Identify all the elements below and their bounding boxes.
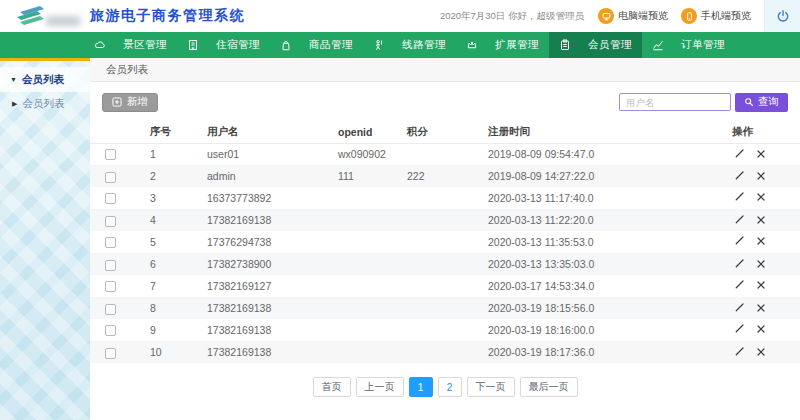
mobile-preview-label: 手机端预览 bbox=[701, 9, 751, 23]
cell-username: 16373773892 bbox=[192, 187, 323, 209]
pc-preview-button[interactable]: 电脑端预览 bbox=[598, 8, 668, 24]
edit-icon[interactable] bbox=[732, 148, 746, 159]
nav-item-route[interactable]: 线路管理 bbox=[363, 32, 456, 58]
row-checkbox[interactable] bbox=[105, 304, 116, 315]
page-title: 旅游电子商务管理系统 bbox=[90, 7, 245, 25]
table-row: 5 17376294738 2020-03-13 11:35:53.0 bbox=[90, 231, 800, 253]
pagination-page-2[interactable]: 2 bbox=[438, 377, 462, 397]
search-button[interactable]: 查询 bbox=[735, 93, 788, 112]
cell-username: 17382169127 bbox=[192, 275, 323, 297]
nav-item-scenic[interactable]: 景区管理 bbox=[84, 32, 177, 58]
delete-icon[interactable] bbox=[754, 280, 768, 290]
delete-icon[interactable] bbox=[754, 149, 768, 159]
nav-item-extension[interactable]: 扩展管理 bbox=[456, 32, 549, 58]
pagination-first[interactable]: 首页 bbox=[313, 377, 351, 397]
table-header-row: 序号 用户名 openid 积分 注册时间 操作 bbox=[90, 122, 800, 143]
row-checkbox[interactable] bbox=[105, 237, 116, 248]
nav-label: 扩展管理 bbox=[495, 38, 539, 52]
sidebar: ▼ 会员列表 ▶ 会员列表 bbox=[0, 58, 90, 420]
add-button-label: 新增 bbox=[127, 95, 148, 109]
edit-icon[interactable] bbox=[732, 346, 746, 357]
row-checkbox[interactable] bbox=[105, 172, 116, 183]
sidebar-item-member-list[interactable]: ▶ 会员列表 bbox=[0, 92, 90, 116]
mobile-preview-button[interactable]: 手机端预览 bbox=[681, 8, 751, 24]
add-button[interactable]: 新增 bbox=[102, 93, 158, 112]
monitor-icon bbox=[598, 8, 614, 24]
table-row: 4 17382169138 2020-03-13 11:22:20.0 bbox=[90, 209, 800, 231]
row-checkbox[interactable] bbox=[105, 348, 116, 359]
topbar: 旅游电子商务管理系统 2020年7月30日 你好，超级管理员 电脑端预览 手机端… bbox=[0, 0, 800, 32]
logo-text-blur bbox=[46, 16, 80, 26]
edit-icon[interactable] bbox=[732, 258, 746, 269]
edit-icon[interactable] bbox=[732, 323, 746, 334]
cell-username: 17376294738 bbox=[192, 231, 323, 253]
header-username: 用户名 bbox=[192, 122, 323, 143]
username-search-input[interactable] bbox=[619, 93, 731, 111]
header-checkbox-col bbox=[90, 122, 135, 143]
edit-icon[interactable] bbox=[732, 214, 746, 225]
cell-openid bbox=[323, 297, 392, 319]
cell-seq: 10 bbox=[135, 341, 192, 363]
pagination-page-1[interactable]: 1 bbox=[409, 377, 433, 397]
cell-openid: wx090902 bbox=[323, 143, 392, 165]
table-row: 8 17382169138 2020-03-19 18:15:56.0 bbox=[90, 297, 800, 319]
edit-icon[interactable] bbox=[732, 170, 746, 181]
member-table-body: 1 user01 wx090902 2019-08-09 09:54:47.0 bbox=[90, 143, 800, 363]
nav-label: 会员管理 bbox=[588, 38, 632, 52]
breadcrumb: 会员列表 bbox=[90, 58, 800, 82]
pagination-next[interactable]: 下一页 bbox=[467, 377, 515, 397]
date-greeting: 2020年7月30日 你好，超级管理员 bbox=[440, 10, 584, 23]
delete-icon[interactable] bbox=[754, 215, 768, 225]
nav-item-order[interactable]: 订单管理 bbox=[642, 32, 735, 58]
row-checkbox[interactable] bbox=[105, 193, 116, 204]
delete-icon[interactable] bbox=[754, 259, 768, 269]
delete-icon[interactable] bbox=[754, 324, 768, 334]
edit-icon[interactable] bbox=[732, 191, 746, 202]
chevron-right-icon: ▶ bbox=[12, 100, 17, 108]
row-checkbox[interactable] bbox=[105, 260, 116, 271]
row-checkbox[interactable] bbox=[105, 149, 116, 160]
delete-icon[interactable] bbox=[754, 347, 768, 357]
row-checkbox[interactable] bbox=[105, 216, 116, 227]
main-nav: 景区管理 住宿管理 商品管理 线路管理 扩展管理 会员管理 订单管理 bbox=[0, 32, 800, 58]
nav-item-goods[interactable]: 商品管理 bbox=[270, 32, 363, 58]
nav-item-member[interactable]: 会员管理 bbox=[549, 32, 642, 58]
delete-icon[interactable] bbox=[754, 236, 768, 246]
cell-seq: 2 bbox=[135, 165, 192, 187]
member-table: 序号 用户名 openid 积分 注册时间 操作 1 user01 wx0909… bbox=[90, 122, 800, 363]
cell-reg-time: 2019-08-09 09:54:47.0 bbox=[473, 143, 717, 165]
pc-preview-label: 电脑端预览 bbox=[618, 9, 668, 23]
edit-icon[interactable] bbox=[732, 235, 746, 246]
logout-button[interactable] bbox=[764, 0, 800, 32]
cell-seq: 8 bbox=[135, 297, 192, 319]
search-box: 查询 bbox=[619, 93, 788, 112]
cell-username: 17382169138 bbox=[192, 341, 323, 363]
delete-icon[interactable] bbox=[754, 192, 768, 202]
table-row: 2 admin 111 222 2019-08-09 14:27:22.0 bbox=[90, 165, 800, 187]
company-logo bbox=[0, 0, 86, 32]
edit-icon[interactable] bbox=[732, 279, 746, 290]
delete-icon[interactable] bbox=[754, 303, 768, 313]
table-row: 10 17382169138 2020-03-19 18:17:36.0 bbox=[90, 341, 800, 363]
clipboard-icon bbox=[559, 39, 571, 51]
cell-points bbox=[392, 143, 473, 165]
row-checkbox[interactable] bbox=[105, 281, 116, 292]
pagination-prev[interactable]: 上一页 bbox=[356, 377, 404, 397]
cell-seq: 5 bbox=[135, 231, 192, 253]
sidebar-item-member-list-group[interactable]: ▼ 会员列表 bbox=[0, 67, 90, 92]
delete-icon[interactable] bbox=[754, 171, 768, 181]
cell-points bbox=[392, 275, 473, 297]
cell-seq: 6 bbox=[135, 253, 192, 275]
cell-points bbox=[392, 297, 473, 319]
pagination-last[interactable]: 最后一页 bbox=[520, 377, 578, 397]
nav-item-hotel[interactable]: 住宿管理 bbox=[177, 32, 270, 58]
cell-username: user01 bbox=[192, 143, 323, 165]
cell-username: 17382169138 bbox=[192, 209, 323, 231]
cell-points bbox=[392, 187, 473, 209]
crown-icon bbox=[466, 39, 478, 51]
cell-points: 222 bbox=[392, 165, 473, 187]
row-checkbox[interactable] bbox=[105, 325, 116, 336]
cell-seq: 9 bbox=[135, 319, 192, 341]
edit-icon[interactable] bbox=[732, 302, 746, 313]
cell-openid bbox=[323, 341, 392, 363]
